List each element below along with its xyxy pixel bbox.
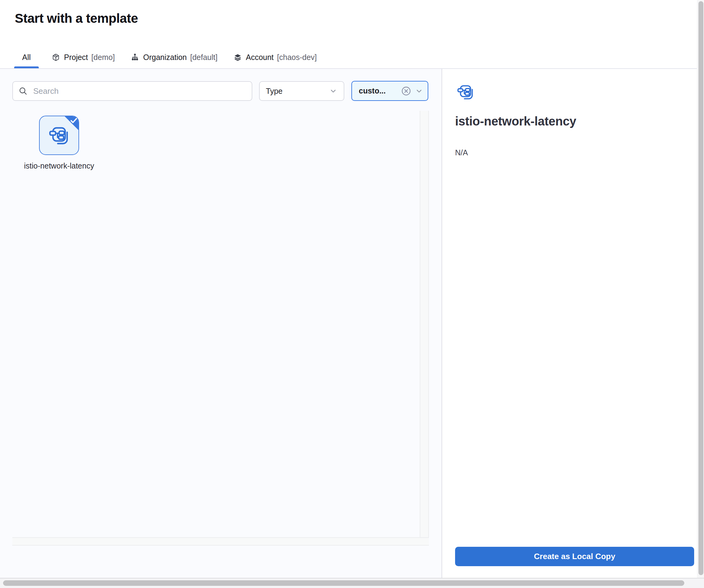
- tab-all[interactable]: All: [14, 46, 39, 68]
- tab-project[interactable]: Project [demo]: [49, 46, 118, 68]
- tab-account-scope: [chaos-dev]: [277, 53, 316, 62]
- grid-horizontal-scrollbar[interactable]: [12, 537, 429, 545]
- tab-organization-label: Organization: [143, 53, 187, 62]
- vertical-scrollbar-thumb[interactable]: [698, 1, 703, 575]
- type-filter-dropdown[interactable]: Type: [259, 81, 344, 101]
- tab-account-label: Account: [246, 53, 274, 62]
- tab-account[interactable]: Account [chaos-dev]: [230, 46, 320, 68]
- active-filter-chip[interactable]: custo...: [351, 81, 428, 101]
- template-details-description: N/A: [455, 148, 468, 157]
- tab-all-label: All: [22, 53, 31, 62]
- tab-organization[interactable]: Organization [default]: [128, 46, 221, 68]
- template-card-name: istio-network-latency: [8, 160, 110, 172]
- page-vertical-scrollbar[interactable]: [697, 0, 704, 578]
- layers-icon: [234, 53, 242, 62]
- clear-filter-button[interactable]: [401, 85, 412, 96]
- template-card[interactable]: [39, 116, 79, 155]
- active-filter-label: custo...: [359, 86, 401, 95]
- search-input[interactable]: [33, 86, 246, 96]
- search-icon: [18, 86, 28, 95]
- tab-organization-scope: [default]: [190, 53, 218, 62]
- page-horizontal-scrollbar[interactable]: [0, 578, 704, 588]
- template-stack-icon: [457, 83, 474, 101]
- chevron-down-icon: [415, 87, 423, 95]
- page-title: Start with a template: [15, 11, 138, 26]
- clear-circle-icon: [401, 85, 412, 96]
- type-filter-label: Type: [266, 87, 283, 95]
- tab-project-scope: [demo]: [92, 53, 115, 62]
- template-stack-icon: [49, 125, 69, 146]
- chevron-down-icon: [329, 87, 338, 95]
- grid-vertical-scrollbar[interactable]: [420, 111, 429, 537]
- cube-icon: [52, 53, 60, 62]
- template-details-panel: istio-network-latency N/A Create as Loca…: [443, 69, 697, 578]
- template-details-title: istio-network-latency: [455, 114, 576, 128]
- template-browser-panel: Type custo... istio-netw: [0, 69, 442, 578]
- horizontal-scrollbar-thumb[interactable]: [3, 580, 684, 586]
- org-chart-icon: [131, 53, 139, 62]
- check-icon: [69, 117, 78, 125]
- search-box: [12, 81, 252, 101]
- tab-project-label: Project: [64, 53, 88, 62]
- template-grid: istio-network-latency: [12, 111, 429, 545]
- scope-tabs: All Project [demo] Organization [default…: [14, 46, 320, 68]
- create-local-copy-button[interactable]: Create as Local Copy: [455, 547, 694, 566]
